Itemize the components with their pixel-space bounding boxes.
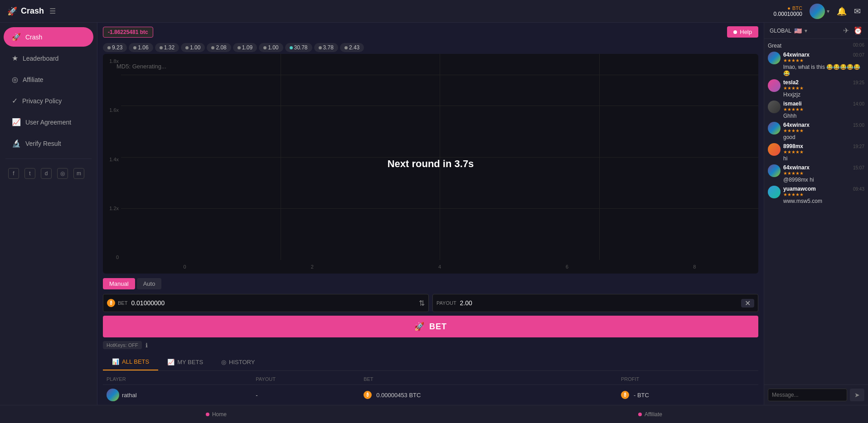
history-dot (211, 46, 214, 49)
menu-icon[interactable]: ☰ (49, 7, 56, 15)
sidebar: 🚀 Crash ★ Leaderboard ◎ Affiliate ✓ Priv… (0, 23, 97, 405)
info-icon[interactable]: ℹ (145, 342, 148, 349)
my-bets-tab[interactable]: 📈 MY BETS (158, 354, 212, 370)
history-label: HISTORY (229, 359, 255, 365)
history-dot (319, 46, 322, 49)
chat-timestamp: 19:27 (853, 144, 864, 149)
chat-username: 64xwinarx (783, 52, 810, 58)
all-bets-tab[interactable]: 📊 ALL BETS (103, 354, 158, 370)
history-item[interactable]: 1.00 (259, 43, 283, 52)
chat-text: good (783, 134, 864, 140)
sidebar-item-leaderboard-label: Leaderboard (23, 55, 58, 62)
facebook-icon[interactable]: f (8, 168, 19, 179)
sidebar-item-privacy[interactable]: ✓ Privacy Policy (4, 91, 93, 111)
payout-amount-input[interactable] (460, 299, 741, 307)
bet-arrows-icon[interactable]: ⇅ (419, 299, 425, 308)
history-dot (238, 46, 241, 49)
btc-balance: ● BTC 0.00010000 (774, 5, 802, 17)
chat-stars: ★★★★★ (783, 192, 864, 197)
bet-cell: ₿ 0.00000453 BTC (360, 385, 617, 405)
chat-header-row: 64xwinarx 00:07 (783, 52, 864, 58)
history-item[interactable]: 1.00 (181, 43, 205, 52)
btc-bet-icon: ₿ (364, 391, 372, 399)
chat-header-row: 64xwinarx 15:07 (783, 164, 864, 171)
history-item[interactable]: 1.06 (129, 43, 153, 52)
dropdown-arrow[interactable]: ▾ (805, 28, 807, 34)
avatar-dropdown-icon[interactable]: ▾ (827, 8, 829, 14)
chat-timestamp: 14:00 (853, 101, 864, 107)
discord-icon[interactable]: d (41, 168, 52, 179)
all-bets-label: ALL BETS (122, 358, 149, 365)
player-info: rathal (107, 389, 248, 401)
col-profit: PROFIT (617, 374, 758, 385)
circle-icon: ◎ (12, 75, 18, 84)
user-section[interactable]: ▾ (810, 4, 829, 19)
footer-home[interactable]: Home (206, 411, 227, 418)
send-icon[interactable]: ✈ (843, 26, 849, 35)
footer-home-dot (206, 413, 209, 416)
help-button[interactable]: Help (727, 26, 758, 38)
chat-text: Hxxjzjz (783, 91, 864, 98)
medium-icon[interactable]: m (73, 168, 84, 179)
crash-chart: 1.8x 1.6x 1.4x 1.2x 0 MD5: Generating...… (103, 54, 758, 274)
bet-button[interactable]: 🚀 BET (103, 316, 758, 337)
game-header: -1.86225481 btc Help (97, 23, 764, 41)
chat-send-button[interactable]: ➤ (850, 389, 864, 401)
reddit-icon[interactable]: ◎ (57, 168, 68, 179)
sidebar-item-leaderboard[interactable]: ★ Leaderboard (4, 48, 93, 68)
clock-icon[interactable]: ⏰ (853, 26, 863, 35)
chat-text: hi (783, 155, 864, 162)
history-dot (185, 46, 189, 49)
game-area: -1.86225481 btc Help 9.23 1.06 1.32 1.00… (97, 23, 764, 405)
history-item[interactable]: 9.23 (103, 43, 127, 52)
sidebar-item-verify[interactable]: 🔬 Verify Result (4, 134, 93, 153)
chat-avatar (768, 143, 781, 156)
history-dot (263, 46, 267, 49)
sidebar-item-affiliate[interactable]: ◎ Affiliate (4, 70, 93, 89)
col-payout: PAYOUT (252, 374, 360, 385)
chat-message: 64xwinarx 15:07 ★★★★★ @8998mx hi (768, 164, 864, 183)
bet-amount-input[interactable] (131, 299, 419, 307)
chat-message: 8998mx 19:27 ★★★★★ hi (768, 143, 864, 162)
chat-msg-row: yuamawcom 09:43 ★★★★★ www.msw5.com (768, 186, 864, 204)
topbar: 🚀 Crash ☰ ● BTC 0.00010000 ▾ 🔔 ✉ (0, 0, 868, 23)
chat-timestamp: 15:07 (853, 165, 864, 171)
flag-icon: 🇺🇸 (794, 27, 802, 34)
history-item[interactable]: 2.43 (340, 43, 364, 52)
chat-toggle-icon[interactable]: ✉ (854, 6, 861, 16)
chart-y-labels: 1.8x 1.6x 1.4x 1.2x 0 (103, 54, 121, 260)
chat-message-input[interactable] (768, 389, 847, 401)
chat-avatar (768, 186, 781, 198)
history-dot (107, 46, 111, 49)
sidebar-item-agreement[interactable]: 📈 User Agreement (4, 112, 93, 132)
bet-amount: ₿ 0.00000453 BTC (364, 391, 614, 399)
footer-affiliate[interactable]: Affiliate (638, 411, 662, 418)
history-item[interactable]: 1.09 (233, 43, 257, 52)
chat-timestamp: 09:43 (853, 187, 864, 192)
sidebar-item-crash-label: Crash (25, 34, 42, 41)
auto-tab[interactable]: Auto (137, 278, 162, 289)
history-item[interactable]: 3.78 (314, 43, 338, 52)
twitter-icon[interactable]: t (24, 168, 35, 179)
global-label: GLOBAL (770, 28, 791, 34)
grid-line-v (281, 54, 281, 260)
rocket-icon: 🚀 (12, 33, 21, 41)
history-item[interactable]: 2.08 (207, 43, 231, 52)
chat-msg-content: yuamawcom 09:43 ★★★★★ www.msw5.com (783, 186, 864, 204)
chat-msg-content: 64xwinarx 00:07 ★★★★★ lmao, what is this… (783, 52, 864, 77)
chat-avatar (768, 79, 781, 92)
chat-msg-row: ismaeli 14:00 ★★★★★ Ghhh (768, 101, 864, 119)
btc-profit-icon: ₿ (621, 391, 629, 399)
notification-bell-icon[interactable]: 🔔 (837, 6, 847, 16)
manual-tab[interactable]: Manual (103, 278, 135, 289)
history-item[interactable]: 30.78 (285, 43, 312, 52)
history-dot (133, 46, 136, 49)
avatar[interactable] (810, 4, 825, 19)
chat-input-row: ➤ (764, 385, 868, 405)
profit-cell: ₿ - BTC (617, 385, 758, 405)
history-item[interactable]: 1.32 (155, 43, 179, 52)
sidebar-socials: f t d ◎ m (0, 163, 97, 183)
payout-clear-button[interactable]: ✕ (741, 299, 754, 308)
history-tab[interactable]: ◎ HISTORY (212, 354, 264, 370)
sidebar-item-crash[interactable]: 🚀 Crash (4, 27, 93, 47)
